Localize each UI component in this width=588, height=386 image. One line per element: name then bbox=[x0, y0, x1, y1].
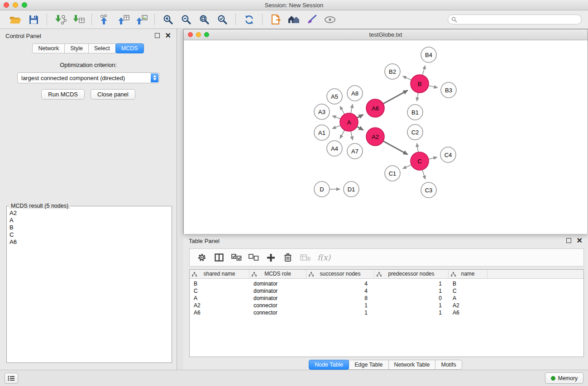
tab-mcds[interactable]: MCDS bbox=[115, 43, 144, 53]
cell[interactable]: connector bbox=[249, 302, 306, 309]
import-network-button[interactable] bbox=[53, 12, 68, 27]
cell[interactable]: connector bbox=[249, 309, 306, 316]
graph-node-C3[interactable]: C3 bbox=[421, 182, 436, 198]
edge-A-A8[interactable] bbox=[351, 105, 353, 114]
cell[interactable]: B bbox=[449, 280, 488, 287]
report-button[interactable] bbox=[268, 12, 283, 27]
cell[interactable]: 4 bbox=[306, 287, 374, 295]
edge-A2-C[interactable] bbox=[383, 141, 408, 155]
graph-node-A1[interactable]: A1 bbox=[314, 125, 330, 140]
table-row[interactable]: Cdominator41C bbox=[190, 287, 583, 295]
cell[interactable]: A2 bbox=[190, 302, 249, 309]
cell[interactable]: A2 bbox=[449, 302, 488, 309]
zoom-network-window-button[interactable] bbox=[204, 32, 209, 37]
zoom-window-button[interactable] bbox=[22, 2, 27, 8]
table-settings-button[interactable] bbox=[194, 251, 210, 264]
table-row[interactable]: A2connector11A2 bbox=[190, 302, 583, 309]
graph-node-B4[interactable]: B4 bbox=[421, 47, 436, 62]
network-graph[interactable]: B4B2BB3A5A8A6B1A3AC2A1A2A4A7C4CC1C3DD1 bbox=[184, 40, 588, 234]
edge-A-A7[interactable] bbox=[351, 131, 353, 140]
edge-A6-B[interactable] bbox=[383, 91, 408, 104]
cell[interactable]: 1 bbox=[374, 302, 449, 309]
result-item[interactable]: A6 bbox=[10, 238, 172, 246]
save-session-button[interactable] bbox=[26, 12, 41, 27]
delete-column-button[interactable] bbox=[297, 251, 313, 264]
edge-B-B4[interactable] bbox=[422, 66, 425, 75]
edge-B-B3[interactable] bbox=[429, 86, 438, 87]
cell[interactable]: dominator bbox=[249, 280, 306, 287]
zoom-in-button[interactable] bbox=[160, 12, 176, 27]
graph-node-D[interactable]: D bbox=[314, 181, 330, 197]
show-columns-button[interactable] bbox=[211, 251, 227, 264]
cell[interactable]: 1 bbox=[306, 302, 374, 309]
result-item[interactable]: C bbox=[10, 231, 172, 238]
cell[interactable]: 1 bbox=[306, 309, 374, 316]
cell[interactable]: C bbox=[190, 287, 249, 295]
cell[interactable]: 4 bbox=[306, 280, 374, 287]
column-header-shared-name[interactable]: shared name bbox=[190, 270, 249, 278]
edge-B-B1[interactable] bbox=[417, 93, 418, 101]
edge-A-A2[interactable] bbox=[357, 127, 363, 130]
zoom-selected-button[interactable] bbox=[215, 12, 230, 27]
edge-A-A3[interactable] bbox=[332, 116, 340, 119]
close-window-button[interactable] bbox=[4, 2, 9, 8]
close-network-window-button[interactable] bbox=[188, 32, 193, 37]
edge-A-A4[interactable] bbox=[340, 130, 344, 139]
cell[interactable]: dominator bbox=[249, 287, 306, 295]
tab-style[interactable]: Style bbox=[64, 43, 89, 53]
tab-edge-table[interactable]: Edge Table bbox=[349, 360, 388, 370]
graph-node-C1[interactable]: C1 bbox=[385, 166, 400, 181]
show-hide-button[interactable] bbox=[322, 12, 338, 27]
edge-C-C1[interactable] bbox=[403, 165, 411, 169]
edge-B-B2[interactable] bbox=[403, 76, 411, 80]
graph-node-B3[interactable]: B3 bbox=[441, 82, 456, 98]
graph-node-B[interactable]: B bbox=[411, 75, 429, 93]
cell[interactable]: A bbox=[190, 295, 249, 302]
export-image-button[interactable] bbox=[134, 12, 149, 27]
export-network-button[interactable] bbox=[97, 12, 113, 27]
graph-node-A3[interactable]: A3 bbox=[314, 104, 330, 119]
edge-A-A1[interactable] bbox=[332, 125, 340, 129]
open-session-button[interactable] bbox=[8, 12, 23, 27]
graph-node-A8[interactable]: A8 bbox=[347, 86, 363, 101]
graph-node-C[interactable]: C bbox=[411, 152, 429, 170]
deselect-all-button[interactable] bbox=[246, 251, 261, 264]
column-header-name[interactable]: name bbox=[449, 270, 488, 278]
graph-node-B2[interactable]: B2 bbox=[385, 64, 400, 79]
graph-node-C4[interactable]: C4 bbox=[440, 147, 456, 162]
edge-C-C3[interactable] bbox=[422, 170, 425, 179]
network-window-titlebar[interactable]: testGlobe.txt bbox=[184, 29, 588, 40]
delete-row-button[interactable] bbox=[280, 251, 296, 264]
edge-C-C2[interactable] bbox=[417, 143, 418, 152]
select-all-button[interactable] bbox=[229, 251, 244, 264]
cell[interactable]: 1 bbox=[374, 309, 449, 316]
refresh-button[interactable] bbox=[241, 12, 257, 27]
tab-network[interactable]: Network bbox=[32, 43, 65, 53]
graph-node-A5[interactable]: A5 bbox=[327, 89, 342, 104]
result-item[interactable]: B bbox=[10, 224, 172, 231]
table-row[interactable]: A6connector11A6 bbox=[190, 309, 583, 316]
graph-node-A6[interactable]: A6 bbox=[366, 99, 384, 117]
table-row[interactable]: Adominator80A bbox=[190, 295, 583, 302]
float-table-panel-button[interactable] bbox=[566, 238, 571, 244]
graph-node-A2[interactable]: A2 bbox=[366, 128, 384, 146]
minimize-window-button[interactable] bbox=[13, 2, 18, 8]
cell[interactable]: 1 bbox=[374, 287, 449, 295]
cell[interactable]: 0 bbox=[374, 295, 449, 302]
tab-select[interactable]: Select bbox=[88, 43, 116, 53]
column-header-predecessor-nodes[interactable]: predecessor nodes bbox=[374, 270, 449, 278]
edge-C-C4[interactable] bbox=[429, 157, 437, 159]
cell[interactable]: C bbox=[449, 287, 488, 295]
edge-A-A5[interactable] bbox=[340, 106, 344, 114]
result-item[interactable]: A bbox=[10, 217, 172, 224]
table-row[interactable]: Bdominator41B bbox=[190, 280, 583, 287]
neighborhood-button[interactable] bbox=[286, 12, 301, 27]
cell[interactable]: B bbox=[190, 280, 249, 287]
memory-button[interactable]: Memory bbox=[545, 372, 583, 384]
result-item[interactable]: A2 bbox=[10, 210, 172, 217]
graph-node-B1[interactable]: B1 bbox=[407, 105, 423, 120]
run-mcds-button[interactable]: Run MCDS bbox=[41, 89, 85, 100]
cell[interactable]: dominator bbox=[249, 295, 306, 302]
float-panel-button[interactable] bbox=[155, 33, 160, 39]
cell[interactable]: A6 bbox=[449, 309, 488, 316]
